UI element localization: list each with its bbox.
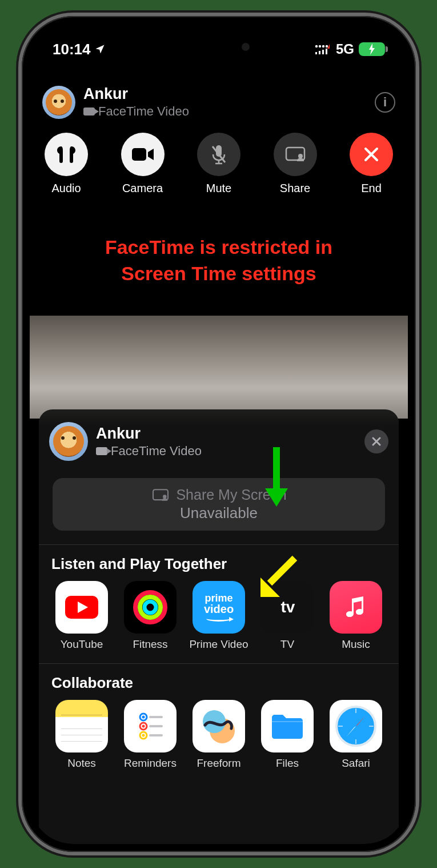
share-button[interactable] [274, 133, 317, 176]
sheet-close-button[interactable] [364, 429, 388, 453]
contact-avatar [42, 86, 75, 119]
airpods-icon [55, 144, 78, 165]
prime-video-app[interactable]: primevideo [193, 581, 245, 634]
info-button[interactable]: i [375, 92, 395, 113]
share-label: Share [280, 182, 310, 195]
svg-point-23 [142, 734, 145, 737]
music-note-icon [342, 593, 370, 622]
compass-icon [334, 704, 378, 748]
call-type-label: FaceTime Video [98, 104, 189, 119]
call-controls: Audio Camera [42, 133, 395, 195]
location-icon [94, 43, 106, 55]
volume-up-button[interactable] [16, 189, 21, 243]
svg-rect-4 [315, 52, 317, 54]
svg-rect-8 [132, 148, 146, 161]
svg-point-3 [326, 45, 328, 47]
shareplay-icon [284, 145, 307, 164]
svg-point-2 [322, 45, 324, 47]
collaborate-section-title: Collaborate [51, 674, 386, 692]
files-app[interactable] [261, 700, 314, 752]
mute-label: Mute [206, 182, 231, 195]
reminders-app[interactable] [124, 700, 177, 752]
prime-video-label: Prime Video [189, 638, 248, 651]
svg-point-19 [142, 716, 145, 719]
svg-rect-5 [319, 51, 320, 54]
annotation-arrow-green [259, 443, 294, 511]
youtube-label: YouTube [61, 638, 103, 651]
listen-app-row: YouTube Fitness [49, 581, 388, 651]
tv-label: TV [280, 638, 294, 651]
shareplay-sheet: Ankur FaceTime Video [39, 409, 399, 844]
silent-switch[interactable] [16, 137, 21, 165]
iphone-frame: 10:14 5G [22, 16, 416, 852]
camera-label: Camera [122, 182, 163, 195]
freeform-label: Freeform [197, 757, 240, 770]
svg-point-1 [319, 45, 321, 47]
reminders-label: Reminders [124, 757, 177, 770]
notes-app[interactable] [55, 700, 108, 752]
screen: 10:14 5G [30, 24, 408, 844]
end-call-button[interactable] [350, 133, 393, 176]
svg-rect-6 [322, 50, 324, 54]
audio-button[interactable] [45, 133, 88, 176]
sheet-contact-avatar [49, 422, 88, 461]
svg-point-28 [203, 710, 226, 733]
contact-name: Ankur [83, 86, 367, 103]
volume-down-button[interactable] [16, 257, 21, 312]
svg-point-0 [315, 45, 318, 47]
svg-line-36 [270, 558, 295, 583]
svg-point-17 [145, 602, 156, 613]
youtube-app[interactable] [55, 581, 108, 634]
facetime-call-card: Ankur FaceTime Video i Audio [30, 75, 408, 195]
files-label: Files [276, 757, 299, 770]
svg-rect-7 [326, 49, 327, 54]
fitness-label: Fitness [133, 638, 167, 651]
fitness-app[interactable] [124, 581, 177, 634]
mic-muted-icon [209, 143, 228, 166]
close-icon [371, 436, 382, 447]
svg-point-14 [163, 495, 167, 499]
close-icon [362, 145, 380, 164]
apple-music-app[interactable] [330, 581, 382, 634]
power-button[interactable] [416, 203, 421, 289]
collaborate-app-row: Notes Re [49, 700, 388, 770]
video-icon [83, 107, 95, 116]
notes-label: Notes [67, 757, 96, 770]
dynamic-island [162, 35, 276, 58]
safari-label: Safari [342, 757, 370, 770]
end-label: End [361, 182, 382, 195]
video-icon [96, 447, 107, 455]
annotation-arrow-yellow [252, 551, 304, 603]
folder-icon [268, 711, 306, 742]
safari-app[interactable] [330, 700, 382, 752]
share-my-screen-button[interactable]: Share My Screen Unavailable [53, 478, 385, 531]
annotation-text: FaceTime is restricted in Screen Time se… [30, 234, 408, 287]
status-time: 10:14 [53, 41, 91, 58]
network-label: 5G [336, 41, 354, 57]
listen-section-title: Listen and Play Together [51, 555, 386, 573]
camera-icon [131, 146, 155, 163]
sheet-call-type: FaceTime Video [111, 444, 202, 459]
camera-button[interactable] [121, 133, 165, 176]
sheet-contact-name: Ankur [96, 425, 356, 443]
mute-button[interactable] [197, 133, 240, 176]
svg-point-12 [298, 154, 303, 158]
shareplay-icon [151, 488, 170, 503]
battery-charging-icon [359, 42, 385, 56]
audio-label: Audio [51, 182, 81, 195]
share-screen-subtitle: Unavailable [180, 504, 258, 522]
dual-signal-icon [314, 43, 331, 55]
svg-point-21 [142, 725, 145, 728]
camera-preview-blur [30, 316, 408, 419]
music-label: Music [342, 638, 370, 651]
freeform-app[interactable] [193, 700, 245, 752]
